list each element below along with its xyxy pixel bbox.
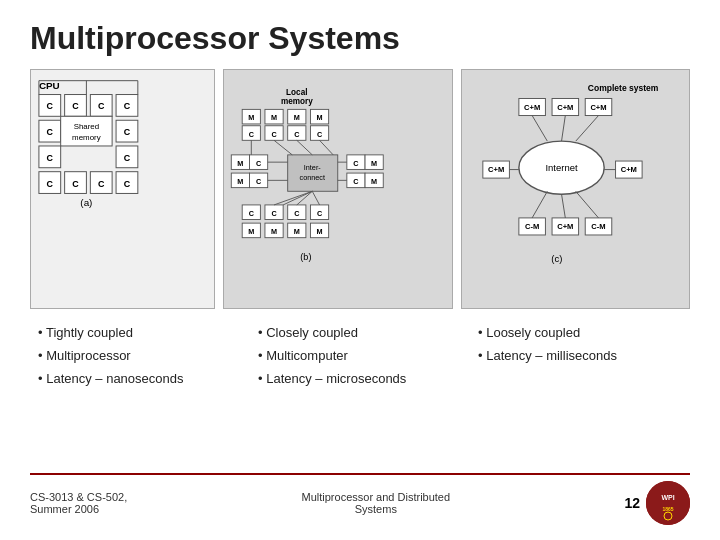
footer-title-1: Multiprocessor and Distributed [302,491,451,503]
slide: Multiprocessor Systems CPU C C C C C [0,0,720,540]
svg-text:Internet: Internet [545,162,577,173]
bullet-2-1: Closely coupled [258,325,462,342]
svg-text:M: M [294,227,300,236]
svg-text:C: C [317,209,323,218]
svg-text:M: M [294,113,300,122]
footer: CS-3013 & CS-502, Summer 2006 Multiproce… [30,473,690,525]
svg-text:Inter-: Inter- [304,163,322,172]
svg-text:C+M: C+M [620,165,636,174]
bullet-col-2: Closely coupled Multicomputer Latency – … [250,325,470,388]
diagram-a: CPU C C C C C C Shared memory [30,69,215,309]
svg-text:Complete system: Complete system [587,83,658,93]
svg-line-95 [297,191,312,205]
svg-text:(a): (a) [80,197,92,208]
svg-text:C: C [249,209,255,218]
bullet-col-1: Tightly coupled Multiprocessor Latency –… [30,325,250,388]
svg-line-89 [320,140,334,155]
svg-text:(c): (c) [551,253,562,264]
slide-title: Multiprocessor Systems [30,20,690,57]
wpi-logo: WPI 1865 [646,481,690,525]
svg-text:M: M [248,227,254,236]
svg-text:C: C [47,127,54,137]
bullet-3-1: Loosely coupled [478,325,682,342]
page-number: 12 [624,495,640,511]
bullet-1-1: Tightly coupled [38,325,242,342]
svg-text:C: C [353,177,359,186]
svg-text:C-M: C-M [591,222,605,231]
bullet-2-3: Latency – microseconds [258,371,462,388]
svg-text:connect: connect [300,173,325,182]
svg-text:memory: memory [72,133,101,142]
svg-text:C: C [353,159,359,168]
svg-text:C: C [124,101,131,111]
svg-text:memory: memory [281,97,313,106]
bullet-1-2: Multiprocessor [38,348,242,365]
svg-text:C-M: C-M [524,222,538,231]
svg-point-127 [646,481,690,525]
footer-title-2: Systems [302,503,451,515]
svg-text:C: C [271,130,277,139]
svg-text:M: M [237,177,243,186]
svg-text:WPI: WPI [661,494,674,501]
svg-text:C: C [294,130,300,139]
svg-text:Local: Local [286,88,307,97]
svg-text:CPU: CPU [39,80,60,91]
svg-text:M: M [371,159,377,168]
svg-text:M: M [317,227,323,236]
svg-text:(b): (b) [300,252,311,262]
svg-line-118 [532,116,547,142]
footer-center: Multiprocessor and Distributed Systems [302,491,451,515]
svg-text:M: M [271,113,277,122]
svg-line-123 [532,191,547,218]
footer-semester: Summer 2006 [30,503,127,515]
svg-text:C: C [317,130,323,139]
svg-line-120 [575,116,598,142]
svg-text:C: C [47,153,54,163]
svg-text:C: C [98,101,105,111]
svg-text:C: C [124,127,131,137]
svg-line-124 [561,194,565,218]
bullet-2-2: Multicomputer [258,348,462,365]
svg-line-88 [297,140,312,155]
svg-line-125 [575,191,598,218]
bullet-3-2: Latency – milliseconds [478,348,682,365]
svg-text:M: M [371,177,377,186]
svg-text:C: C [256,159,262,168]
diagrams-row: CPU C C C C C C Shared memory [30,69,690,309]
svg-line-96 [274,191,312,205]
svg-text:C+M: C+M [590,103,606,112]
svg-text:C+M: C+M [557,222,573,231]
svg-line-94 [283,191,312,205]
svg-text:M: M [237,159,243,168]
diagram-b: Local memory M C M C M C M [223,69,453,309]
svg-text:C: C [271,209,277,218]
footer-course: CS-3013 & CS-502, [30,491,127,503]
bullet-1-3: Latency – nanoseconds [38,371,242,388]
diagram-c: Complete system C+M C+M C+M Internet C+M… [461,69,691,309]
svg-text:Shared: Shared [74,122,100,131]
bullet-col-3: Loosely coupled Latency – milliseconds [470,325,690,365]
svg-text:M: M [317,113,323,122]
svg-text:C: C [47,101,54,111]
svg-text:C+M: C+M [524,103,540,112]
svg-text:M: M [271,227,277,236]
svg-text:C+M: C+M [557,103,573,112]
svg-text:C: C [98,179,105,189]
svg-line-87 [274,140,292,155]
svg-text:C: C [124,153,131,163]
svg-line-119 [561,116,565,142]
footer-right: 12 WPI 1865 [624,481,690,525]
svg-line-97 [312,191,319,205]
svg-text:C: C [72,179,79,189]
svg-text:C: C [47,179,54,189]
svg-text:C: C [72,101,79,111]
svg-text:C+M: C+M [488,165,504,174]
svg-text:C: C [249,130,255,139]
svg-text:C: C [294,209,300,218]
svg-text:C: C [124,179,131,189]
bullets-section: Tightly coupled Multiprocessor Latency –… [30,325,690,469]
svg-text:C: C [256,177,262,186]
footer-left: CS-3013 & CS-502, Summer 2006 [30,491,127,515]
svg-text:1865: 1865 [662,506,673,512]
svg-text:M: M [248,113,254,122]
